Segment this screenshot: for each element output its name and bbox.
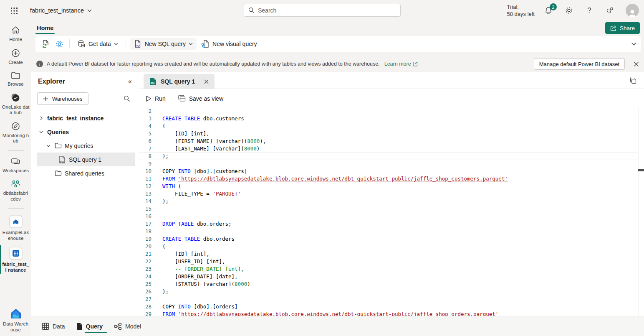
code-area[interactable]: 23CREATE TABLE dbo.customers4(5 [ID] [in… xyxy=(138,107,644,316)
toolbar-separator xyxy=(69,39,70,48)
manage-default-dataset-button[interactable]: Manage default Power BI dataset xyxy=(534,58,625,70)
code-line[interactable]: 19CREATE TABLE dbo.orders xyxy=(138,235,644,243)
code-line[interactable]: 5 [ID] [int], xyxy=(138,130,644,137)
code-line[interactable]: 28COPY INTO [dbo].[orders] xyxy=(138,303,644,311)
rail-item-home[interactable]: Home xyxy=(1,25,31,43)
explorer-title: Explorer xyxy=(38,78,128,85)
rail-item-fabric-test-instance[interactable]: fabric_test_i nstance xyxy=(1,247,31,273)
collapse-ribbon-button[interactable] xyxy=(631,36,636,52)
account-avatar[interactable] xyxy=(626,4,639,17)
get-data-button[interactable]: Get data xyxy=(73,38,122,50)
tree-item-sql-query-1[interactable]: SQLSQL query 1 xyxy=(37,153,135,166)
app-launcher-icon[interactable] xyxy=(10,7,18,15)
code-line[interactable]: 27 xyxy=(138,295,644,303)
code-line[interactable]: 11FROM 'https://dbtlabsynapsedatalake.bl… xyxy=(138,175,644,183)
code-line[interactable]: 17DROP TABLE dbo.orders; xyxy=(138,220,644,228)
workspace-switcher[interactable]: fabric_test_instance xyxy=(30,0,92,21)
chevron-right-icon[interactable] xyxy=(38,116,45,120)
rail-item-dbtlabsfabricdev[interactable]: dbtlabsfabri cdev xyxy=(1,179,31,202)
banner-close-button[interactable] xyxy=(632,60,640,68)
code-text xyxy=(152,205,162,213)
code-line[interactable]: 26); xyxy=(138,288,644,295)
rail-item-onelake-data-hub[interactable]: OneLake data hub xyxy=(1,93,31,116)
view-tab-model[interactable]: Model xyxy=(114,316,141,336)
sqldoc-icon: SQL xyxy=(58,156,66,163)
code-line[interactable]: 12WITH ( xyxy=(138,183,644,190)
run-button[interactable]: Run xyxy=(146,95,166,102)
code-line[interactable]: 14); xyxy=(138,198,644,205)
code-line[interactable]: 10COPY INTO [dbo].[customers] xyxy=(138,168,644,175)
code-line[interactable]: 3CREATE TABLE dbo.customers xyxy=(138,115,644,122)
tree-item-label: Shared queries xyxy=(65,170,104,177)
scrollbar-marker[interactable] xyxy=(638,169,644,171)
tree-item-queries[interactable]: Queries xyxy=(31,125,138,139)
rail-item-data-warehouse[interactable]: Data Warehouse xyxy=(1,308,31,333)
settings-ribbon-button[interactable] xyxy=(53,38,66,50)
tree-item-label: My queries xyxy=(65,143,93,149)
code-line[interactable]: 29FROM 'https://dbtlabsynapsedatalake.bl… xyxy=(138,311,644,316)
help-icon: ? xyxy=(587,6,591,15)
new-visual-query-button[interactable]: New visual query xyxy=(197,38,261,50)
view-tab-query[interactable]: Query xyxy=(76,316,103,336)
copy-button[interactable] xyxy=(628,76,638,86)
global-search[interactable] xyxy=(244,4,401,17)
view-tab-data[interactable]: Data xyxy=(42,316,65,336)
add-warehouses-button[interactable]: Warehouses xyxy=(37,92,88,105)
query-editor: SQL SQL query 1 Run Save as view 23CREAT… xyxy=(138,72,644,316)
code-line[interactable]: 20( xyxy=(138,243,644,250)
chevron-down-icon[interactable] xyxy=(45,145,52,147)
code-text: CREATE TABLE dbo.orders xyxy=(152,235,235,243)
close-tab-button[interactable] xyxy=(204,79,209,84)
feedback-button[interactable] xyxy=(605,6,614,15)
datawarehouse-icon xyxy=(10,308,22,320)
tab-home[interactable]: Home xyxy=(35,21,55,35)
rail-item-monitoring-hub[interactable]: Monitoring hub xyxy=(1,121,31,144)
close-icon xyxy=(634,61,639,67)
view-tab-label: Model xyxy=(125,323,141,330)
code-line[interactable]: 9 xyxy=(138,160,644,168)
refresh-report-button[interactable] xyxy=(40,38,52,50)
learn-more-link[interactable]: Learn more xyxy=(384,61,418,67)
code-text: [STATUS] [varchar](8000) xyxy=(152,280,250,288)
help-button[interactable]: ? xyxy=(585,6,594,15)
code-text: CREATE TABLE dbo.customers xyxy=(152,115,244,122)
settings-button[interactable] xyxy=(564,6,573,15)
save-as-view-button[interactable]: Save as view xyxy=(178,95,223,102)
code-line[interactable]: 23 -- [ORDER_DATE] [int], xyxy=(138,265,644,273)
code-text: DROP TABLE dbo.orders; xyxy=(152,220,232,228)
rail-item-workspaces[interactable]: Workspaces xyxy=(1,157,31,174)
search-input[interactable] xyxy=(258,7,396,14)
code-line[interactable]: 2 xyxy=(138,107,644,115)
code-line[interactable]: 7 [LAST_NAME] [varchar](8000) xyxy=(138,145,644,153)
notifications-button[interactable]: 2 xyxy=(544,6,553,15)
chevron-down-icon xyxy=(631,42,636,46)
info-icon: i xyxy=(36,61,43,67)
chevron-down-icon[interactable] xyxy=(38,131,45,133)
tab-sql-query-1[interactable]: SQL SQL query 1 xyxy=(144,74,215,89)
code-text: [ID] [int], xyxy=(152,130,210,137)
tree-item-shared-queries[interactable]: Shared queries xyxy=(31,166,138,180)
code-line[interactable]: 13 FILE_TYPE = 'PARQUET' xyxy=(138,190,644,198)
line-number: 6 xyxy=(138,137,152,145)
code-line[interactable]: 4( xyxy=(138,122,644,130)
rail-item-browse[interactable]: Browse xyxy=(1,71,31,87)
rail-item-create[interactable]: Create xyxy=(1,48,31,66)
code-line[interactable]: 6 [FIRST_NAME] [varchar](8000), xyxy=(138,137,644,145)
code-line[interactable]: 24 [ORDER_DATE] [date], xyxy=(138,273,644,280)
code-line[interactable]: 21 [ID] [int], xyxy=(138,250,644,258)
new-sql-query-button[interactable]: SQL New SQL query xyxy=(130,38,197,50)
code-line[interactable]: 8); xyxy=(138,153,638,160)
tree-item-fabric-test-instance[interactable]: fabric_test_instance xyxy=(31,111,138,125)
explorer-search-button[interactable] xyxy=(124,95,130,102)
collapse-panel-icon[interactable]: « xyxy=(128,78,132,85)
share-button[interactable]: Share xyxy=(605,22,640,34)
code-line[interactable]: 15 xyxy=(138,205,644,213)
code-line[interactable]: 18 xyxy=(138,228,644,235)
rail-item-examplelakehouse[interactable]: ExampleLak ehouse xyxy=(1,215,31,241)
code-line[interactable]: 22 [USER_ID] [int], xyxy=(138,258,644,265)
code-line[interactable]: 25 [STATUS] [varchar](8000) xyxy=(138,280,644,288)
editor-scrollbar[interactable] xyxy=(638,107,644,316)
tree-item-my-queries[interactable]: My queries xyxy=(31,139,138,153)
code-line[interactable]: 16 xyxy=(138,213,644,220)
tree-item-label: SQL query 1 xyxy=(69,156,101,163)
